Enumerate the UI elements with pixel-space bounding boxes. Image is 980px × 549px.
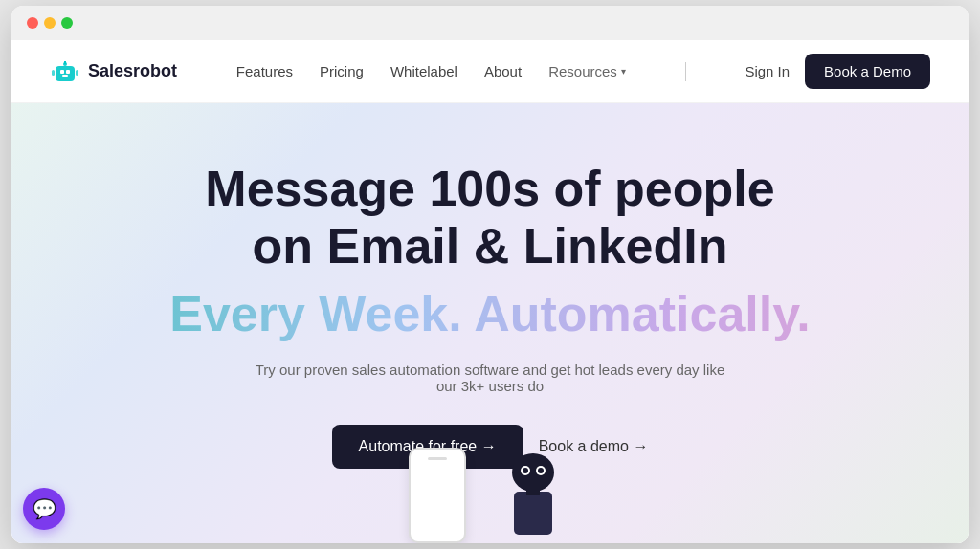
nav-item-pricing[interactable]: Pricing [320, 63, 364, 80]
svg-rect-5 [64, 61, 66, 64]
hero-bottom-decor [11, 444, 969, 543]
logo-area[interactable]: Salesrobot [50, 56, 177, 87]
svg-rect-3 [62, 75, 68, 77]
navbar: Salesrobot Features Pricing Whitelabel A… [11, 40, 969, 103]
sign-in-button[interactable]: Sign In [745, 63, 790, 79]
hero-title-line2: on Email & LinkedIn [253, 218, 728, 274]
browser-chrome [11, 6, 969, 40]
traffic-light-green[interactable] [61, 17, 73, 29]
nav-links: Features Pricing Whitelabel About Resour… [236, 63, 626, 80]
nav-item-resources[interactable]: Resources ▾ [548, 63, 626, 79]
nav-link-features[interactable]: Features [236, 63, 293, 79]
svg-rect-2 [66, 70, 70, 74]
hero-section: Message 100s of people on Email & Linked… [11, 103, 969, 543]
svg-point-11 [523, 468, 528, 473]
svg-rect-1 [60, 70, 64, 74]
chat-icon: 💬 [33, 497, 56, 520]
nav-right: Sign In Book a Demo [745, 54, 930, 89]
svg-rect-7 [76, 70, 78, 76]
traffic-lights [27, 17, 73, 29]
chevron-down-icon: ▾ [621, 66, 626, 77]
chat-widget[interactable]: 💬 [23, 488, 65, 530]
nav-item-whitelabel[interactable]: Whitelabel [390, 63, 457, 80]
hero-gradient-text: Every Week. Automatically. [31, 285, 949, 342]
nav-link-resources[interactable]: Resources [548, 63, 617, 79]
browser-window: Salesrobot Features Pricing Whitelabel A… [11, 6, 969, 543]
traffic-light-red[interactable] [27, 17, 38, 29]
traffic-light-yellow[interactable] [44, 17, 56, 29]
hero-title-line1: Message 100s of people [205, 161, 774, 216]
svg-rect-6 [52, 70, 55, 76]
book-demo-button[interactable]: Book a Demo [805, 54, 930, 89]
svg-rect-0 [56, 66, 75, 81]
logo-icon [50, 56, 80, 87]
phone-mockup [409, 448, 466, 543]
nav-item-features[interactable]: Features [236, 63, 293, 80]
hero-title: Message 100s of people on Email & Linked… [31, 161, 949, 275]
svg-rect-14 [526, 490, 540, 495]
svg-point-8 [512, 453, 554, 492]
browser-content: Salesrobot Features Pricing Whitelabel A… [11, 40, 969, 543]
nav-divider [685, 62, 686, 81]
hero-subtitle: Try our proven sales automation software… [251, 362, 729, 394]
svg-rect-13 [514, 492, 552, 535]
svg-point-12 [538, 468, 544, 473]
logo-text: Salesrobot [88, 61, 177, 81]
nav-item-about[interactable]: About [484, 63, 522, 80]
robot-figure [495, 444, 571, 543]
nav-link-whitelabel[interactable]: Whitelabel [390, 63, 457, 79]
nav-link-pricing[interactable]: Pricing [320, 63, 364, 79]
nav-link-about[interactable]: About [484, 63, 522, 79]
